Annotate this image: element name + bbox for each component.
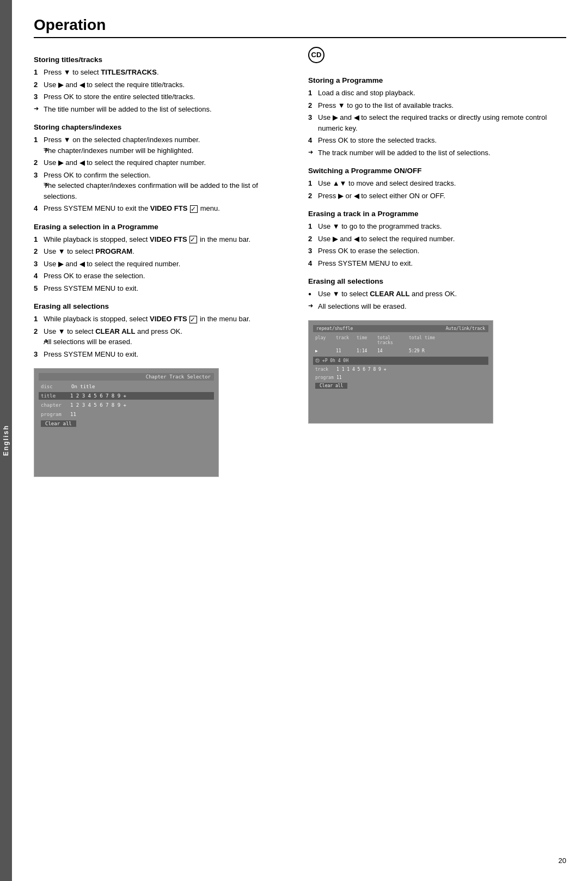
checkbox-icon [190,205,198,213]
left-column: Storing titles/tracks Press ▼ to select … [34,47,292,477]
screen-left: Chapter Track Selector disc On title tit… [34,368,219,477]
main-content: Operation Storing titles/tracks Press ▼ … [12,0,588,881]
list-item: Use ▶ and ◀ to select the required numbe… [308,234,566,244]
list-item: Use ▶ and ◀ to select the required numbe… [34,259,292,270]
list-item: Use ▶ and ◀ to select the required track… [308,112,566,133]
page-number: 20 [559,856,566,865]
arrow-note: The title number will be added to the li… [34,104,292,115]
section-switching-programme-heading: Switching a Programme ON/OFF [308,167,566,175]
list-item: Press OK to erase the selection. [34,271,292,282]
list-item: Press ▼ to go to the list of available t… [308,100,566,111]
erasing-all-list: While playback is stopped, select VIDEO … [34,314,292,359]
page-container: English Operation Storing titles/tracks … [0,0,588,881]
page-title: Operation [34,16,566,38]
list-item: Press SYSTEM MENU to exit. [34,349,292,360]
list-item: While playback is stopped, select VIDEO … [34,234,292,245]
section-storing-titles-heading: Storing titles/tracks [34,56,292,64]
section-erasing-all-right-heading: Erasing all selections [308,277,566,285]
list-item: Press ▼ on the selected chapter/indexes … [34,134,292,156]
list-item: Use ▼ to go to the programmed tracks. [308,221,566,232]
list-item: Use ▼ to select CLEAR ALL and press OK. … [34,326,292,347]
sidebar-label: English [2,425,10,456]
section-storing-programme-heading: Storing a Programme [308,76,566,84]
list-item: Press OK to store the entire selected ti… [34,91,292,102]
sidebar-tab: English [0,0,12,881]
list-item: Press OK to confirm the selection. The s… [34,170,292,202]
screen-right: repeat/shuffle Auto/link/track play trac… [308,320,493,424]
checkbox-icon [189,316,197,323]
erasing-track-list: Use ▼ to go to the programmed tracks. Us… [308,221,566,268]
list-item: Press OK to erase the selection. [308,246,566,256]
storing-chapters-list: Press ▼ on the selected chapter/indexes … [34,134,292,214]
arrow-note: The chapter/indexes number will be highl… [44,145,292,156]
arrow-note: The track number will be added to the li… [308,148,566,158]
list-item: Use ▼ to select CLEAR ALL and press OK. [308,289,566,299]
list-item: Use ▼ to select PROGRAM. [34,246,292,257]
arrow-note: All selections will be erased. [44,337,292,347]
list-item: Press SYSTEM MENU to exit the VIDEO FTS … [34,203,292,214]
list-item: Use ▶ and ◀ to select the required chapt… [34,157,292,168]
section-erasing-all-heading: Erasing all selections [34,302,292,310]
arrow-note: The selected chapter/indexes confirmatio… [44,180,292,201]
storing-titles-list: Press ▼ to select TITLES/TRACKS. Use ▶ a… [34,67,292,102]
section-erasing-selection-heading: Erasing a selection in a Programme [34,223,292,231]
storing-programme-list: Load a disc and stop playback. Press ▼ t… [308,88,566,146]
columns-layout: Storing titles/tracks Press ▼ to select … [34,47,566,477]
list-item: Press SYSTEM MENU to exit. [308,258,566,269]
checkbox-icon [189,236,197,243]
list-item: Press ▼ to select TITLES/TRACKS. [34,67,292,78]
erasing-selection-list: While playback is stopped, select VIDEO … [34,234,292,294]
section-erasing-track-heading: Erasing a track in a Programme [308,210,566,218]
list-item: Press OK to store the selected tracks. [308,135,566,146]
list-item: Use ▶ and ◀ to select the require title/… [34,79,292,90]
list-item: Load a disc and stop playback. [308,88,566,99]
arrow-note: All selections will be erased. [308,301,566,312]
erasing-all-right-list: Use ▼ to select CLEAR ALL and press OK. [308,289,566,299]
cd-badge: CD [308,47,324,63]
right-column: CD Storing a Programme Load a disc and s… [308,47,566,477]
section-storing-chapters-heading: Storing chapters/indexes [34,123,292,131]
list-item: Use ▲▼ to move and select desired tracks… [308,178,566,189]
list-item: Press ▶ or ◀ to select either ON or OFF. [308,191,566,201]
switching-programme-list: Use ▲▼ to move and select desired tracks… [308,178,566,201]
list-item: While playback is stopped, select VIDEO … [34,314,292,325]
list-item: Press SYSTEM MENU to exit. [34,283,292,294]
